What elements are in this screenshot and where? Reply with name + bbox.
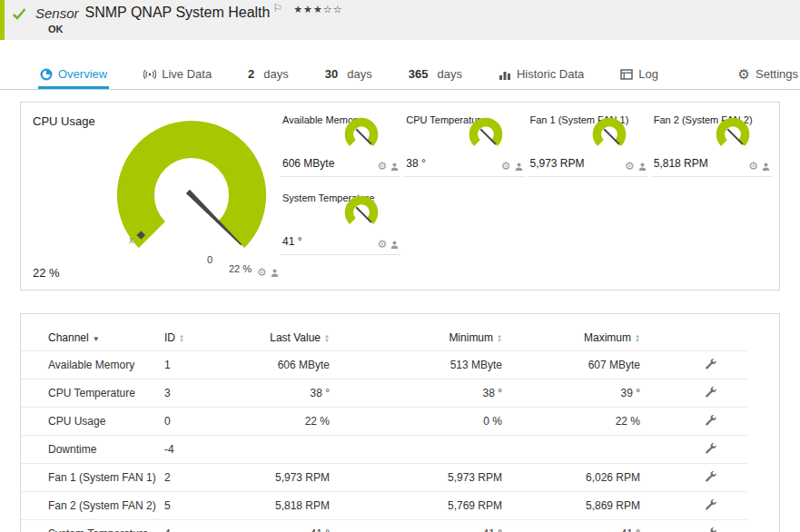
- last-value: [230, 436, 337, 464]
- table-row: Downtime -4: [21, 436, 747, 464]
- flag-icon[interactable]: ⚐: [272, 2, 282, 15]
- gauge-value: 41 °: [282, 235, 301, 248]
- tab-live-data[interactable]: Live Data: [142, 61, 213, 89]
- channels-panel: Channel▼ ID▲▼ Last Value▲▼ Minimum▲▼ Max…: [20, 313, 780, 532]
- tab-label: days: [263, 67, 288, 81]
- column-label: Maximum: [584, 331, 631, 344]
- gauge-dial: [341, 192, 382, 233]
- tab-2-days[interactable]: 2 days: [246, 61, 291, 89]
- channel-id: 3: [157, 379, 230, 408]
- sort-icon[interactable]: ▲▼: [635, 334, 640, 343]
- live-data-icon: [143, 68, 156, 81]
- tab-label: Historic Data: [517, 67, 584, 81]
- gauge-value: 38 °: [406, 157, 425, 170]
- tab-365-days[interactable]: 365 days: [407, 61, 464, 89]
- sort-icon[interactable]: ▲▼: [324, 334, 330, 343]
- column-header-last-value[interactable]: Last Value▲▼: [230, 325, 337, 351]
- table-row: System Temperature 4 41 ° 41 ° 41 °: [21, 520, 747, 532]
- minimum-value: [337, 436, 509, 464]
- tab-log[interactable]: Log: [618, 61, 660, 89]
- sort-icon[interactable]: ▲▼: [179, 334, 184, 343]
- gauge-dial: [588, 113, 630, 155]
- tab-label: days: [347, 67, 371, 81]
- log-icon: [620, 68, 633, 81]
- tab-label: Log: [638, 67, 658, 81]
- sort-icon[interactable]: ▲▼: [497, 334, 502, 343]
- gear-icon[interactable]: ⚙: [748, 162, 758, 172]
- tab-overview[interactable]: Overview: [38, 61, 109, 89]
- mini-gauge-cpu-temperature: CPU Temperature 38 ° ⚙: [404, 113, 524, 177]
- tab-label: Settings: [756, 67, 798, 81]
- gear-icon[interactable]: ⚙: [377, 162, 387, 172]
- tab-label: Live Data: [162, 67, 212, 81]
- minimum-value: 38 °: [337, 379, 509, 408]
- tab-historic-data[interactable]: Historic Data: [497, 61, 586, 89]
- page-title: SNMP QNAP System Health: [85, 5, 271, 21]
- user-icon[interactable]: [271, 269, 279, 277]
- tab-30-days[interactable]: 30 days: [323, 61, 374, 89]
- channel-name[interactable]: System Temperature: [21, 520, 157, 532]
- channel-name[interactable]: CPU Temperature: [21, 379, 157, 408]
- column-header-channel[interactable]: Channel▼: [21, 325, 157, 351]
- channel-id: 4: [157, 520, 230, 532]
- user-icon[interactable]: [638, 163, 647, 171]
- status-badge: OK: [48, 24, 791, 34]
- tab-settings[interactable]: ⚙ Settings: [736, 61, 800, 89]
- user-icon[interactable]: [390, 163, 399, 171]
- channel-name[interactable]: CPU Usage: [21, 408, 157, 436]
- channel-name[interactable]: Fan 2 (System FAN 2): [21, 492, 157, 520]
- gauge-value: 5,973 RPM: [530, 157, 585, 170]
- last-value: 606 MByte: [230, 351, 337, 379]
- channel-name[interactable]: Available Memory: [21, 351, 157, 379]
- user-icon[interactable]: [390, 241, 399, 249]
- mini-gauges-grid: Available Memory 606 MByte ⚙ CPU Tempera…: [281, 113, 772, 255]
- column-label: Last Value: [270, 331, 321, 344]
- tab-number: 2: [248, 67, 254, 81]
- gear-icon[interactable]: ⚙: [625, 162, 635, 172]
- channel-id: -4: [157, 436, 230, 464]
- wrench-icon[interactable]: [705, 386, 716, 398]
- channel-name[interactable]: Downtime: [21, 436, 157, 464]
- wrench-icon[interactable]: [705, 358, 716, 369]
- user-icon[interactable]: [762, 163, 770, 171]
- maximum-value: 22 %: [509, 408, 647, 436]
- gauge-value: 5,818 RPM: [654, 157, 708, 170]
- gear-icon[interactable]: ⚙: [377, 240, 387, 250]
- overview-icon: [40, 68, 53, 81]
- user-icon[interactable]: [515, 163, 523, 171]
- minimum-value: 0 %: [337, 408, 509, 436]
- column-header-id[interactable]: ID▲▼: [157, 325, 230, 351]
- sort-desc-icon[interactable]: ▼: [93, 335, 100, 343]
- tab-label: days: [437, 67, 461, 81]
- channel-id: 2: [157, 464, 230, 492]
- wrench-icon[interactable]: [705, 442, 716, 454]
- tab-number: 365: [409, 67, 429, 81]
- main-gauge-value: 22 %: [33, 266, 60, 280]
- tab-bar: Overview Live Data 2 days 30 days 365 da…: [0, 60, 800, 90]
- maximum-value: 41 °: [509, 520, 647, 532]
- gauge-min-marker-label: x: [129, 235, 133, 245]
- wrench-icon[interactable]: [705, 470, 716, 482]
- column-header-minimum[interactable]: Minimum▲▼: [337, 325, 509, 351]
- column-label: Channel: [48, 331, 89, 344]
- column-label: ID: [164, 331, 175, 344]
- gear-icon[interactable]: ⚙: [501, 162, 511, 172]
- wrench-icon[interactable]: [705, 527, 716, 532]
- table-row: CPU Temperature 3 38 ° 38 ° 39 °: [21, 379, 747, 408]
- gear-icon: ⚙: [738, 68, 750, 81]
- tab-label: Overview: [58, 67, 107, 81]
- sensor-kind-label: Sensor: [35, 5, 79, 21]
- channel-name[interactable]: Fan 1 (System FAN 1): [21, 464, 157, 492]
- wrench-icon[interactable]: [705, 414, 716, 426]
- table-row: Fan 2 (System FAN 2) 5 5,818 RPM 5,769 R…: [21, 492, 747, 520]
- last-value: 22 %: [230, 408, 337, 436]
- cpu-usage-gauge: [112, 115, 272, 275]
- priority-stars[interactable]: ★★★☆☆: [293, 4, 342, 15]
- wrench-icon[interactable]: [705, 498, 716, 510]
- gauge-dial: [712, 113, 754, 155]
- gear-icon[interactable]: ⚙: [257, 268, 267, 278]
- last-value: 5,973 RPM: [230, 464, 337, 492]
- column-header-maximum[interactable]: Maximum▲▼: [509, 325, 647, 351]
- gauges-panel: CPU Usage x 0 22 % 22 % ⚙ Available Memo…: [20, 102, 780, 291]
- minimum-value: 5,973 RPM: [337, 464, 509, 492]
